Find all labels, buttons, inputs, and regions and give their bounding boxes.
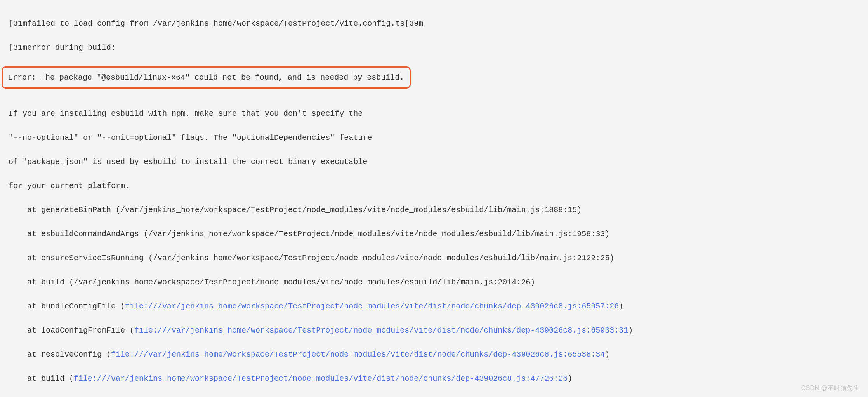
watermark: CSDN @不叫猫先生 [801,383,859,393]
log-line: for your current platform. [9,180,866,192]
file-link[interactable]: file:///var/jenkins_home/workspace/TestP… [125,302,619,311]
stack-frame: at resolveConfig (file:///var/jenkins_ho… [9,348,866,360]
error-highlight-box: Error: The package "@esbuild/linux-x64" … [2,66,411,89]
log-line: of "package.json" is used by esbuild to … [9,156,866,168]
file-link[interactable]: file:///var/jenkins_home/workspace/TestP… [74,374,568,383]
stack-frame: at build (/var/jenkins_home/workspace/Te… [9,276,866,288]
file-link[interactable]: file:///var/jenkins_home/workspace/TestP… [111,350,605,359]
console-output: If you are installing esbuild with npm, … [2,96,866,397]
stack-frame: at generateBinPath (/var/jenkins_home/wo… [9,204,866,216]
stack-frame: at ensureServiceIsRunning (/var/jenkins_… [9,252,866,264]
log-line: [31merror during build: [9,42,866,54]
stack-frame: at bundleConfigFile (file:///var/jenkins… [9,300,866,312]
log-line: "--no-optional" or "--omit=optional" fla… [9,132,866,144]
stack-frame: at loadConfigFromFile (file:///var/jenki… [9,324,866,336]
file-link[interactable]: file:///var/jenkins_home/workspace/TestP… [134,326,628,335]
console-output: [31mfailed to load config from /var/jenk… [2,5,866,66]
stack-frame: at build (file:///var/jenkins_home/works… [9,373,866,385]
error-message: Error: The package "@esbuild/linux-x64" … [8,73,404,82]
stack-frame: at esbuildCommandAndArgs (/var/jenkins_h… [9,228,866,240]
log-line: [31mfailed to load config from /var/jenk… [9,17,866,30]
log-line: If you are installing esbuild with npm, … [9,108,866,120]
